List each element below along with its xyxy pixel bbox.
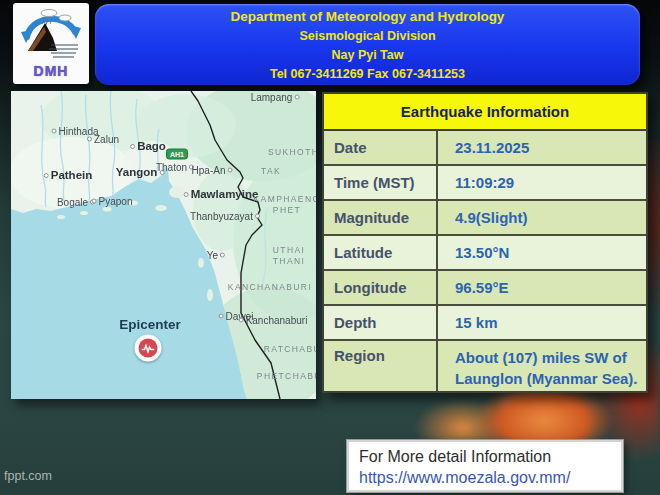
- logo-wordmark: DMH: [34, 63, 69, 79]
- row-label: Latitude: [324, 236, 438, 269]
- row-label: Magnitude: [324, 201, 438, 234]
- row-label: Longitude: [324, 271, 438, 304]
- table-row-latitude: Latitude 13.50°N: [324, 236, 646, 271]
- table-row-region: Region About (107) miles SW of Launglon …: [324, 341, 646, 391]
- table-row-longitude: Longitude 96.59°E: [324, 271, 646, 306]
- header-banner: Department of Meteorology and Hydrology …: [95, 4, 640, 85]
- row-value: 11:09:29: [438, 166, 646, 199]
- row-value: About (107) miles SW of Launglon (Myanma…: [438, 341, 646, 391]
- dmh-logo: DMH: [13, 3, 89, 84]
- more-info-title: For More detail Information: [359, 446, 621, 467]
- earthquake-info-table: Earthquake Information Date 23.11.2025 T…: [322, 92, 648, 393]
- fppt-watermark: fppt.com: [4, 469, 52, 483]
- org-name: Department of Meteorology and Hydrology: [95, 7, 640, 27]
- basemap-graphic: [11, 91, 316, 399]
- table-row-depth: Depth 15 km: [324, 306, 646, 341]
- row-label: Depth: [324, 306, 438, 339]
- highway-badge-ah1: AH1: [166, 149, 188, 160]
- more-info-box: For More detail Information https://www.…: [347, 440, 623, 492]
- row-value: 15 km: [438, 306, 646, 339]
- table-row-time: Time (MST) 11:09:29: [324, 166, 646, 201]
- table-row-magnitude: Magnitude 4.9(Slight): [324, 201, 646, 236]
- bulletin-slide: DMH Department of Meteorology and Hydrol…: [0, 0, 660, 495]
- row-value: 13.50°N: [438, 236, 646, 269]
- epicenter-marker: [135, 335, 162, 362]
- row-label: Region: [324, 341, 438, 391]
- row-value: 4.9(Slight): [438, 201, 646, 234]
- moezala-link[interactable]: https://www.moezala.gov.mm/: [359, 467, 570, 488]
- row-value: 96.59°E: [438, 271, 646, 304]
- row-label: Date: [324, 131, 438, 164]
- table-title: Earthquake Information: [324, 94, 646, 131]
- row-label: Time (MST): [324, 166, 438, 199]
- division-name: Seismological Division: [95, 27, 640, 46]
- contact-line: Tel 067-3411269 Fax 067-3411253: [95, 65, 640, 84]
- seismic-wave-icon: [139, 339, 158, 358]
- city-name: Nay Pyi Taw: [95, 46, 640, 65]
- table-row-date: Date 23.11.2025: [324, 131, 646, 166]
- epicenter-label: Epicenter: [119, 317, 181, 332]
- epicenter-map: Hinthada Zalun Bago Pathein Yangon Thato…: [11, 91, 316, 399]
- water-cycle-logo-icon: [18, 5, 84, 63]
- row-value: 23.11.2025: [438, 131, 646, 164]
